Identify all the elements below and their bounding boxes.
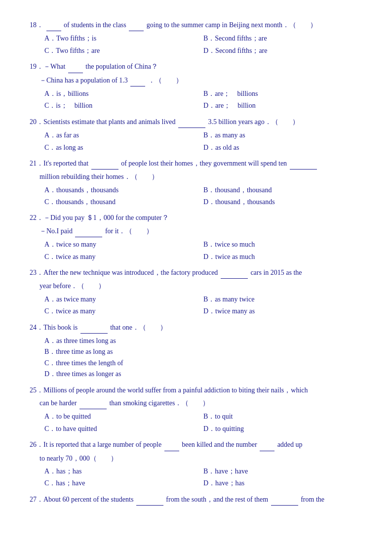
q20-optionC: C．as long as xyxy=(44,142,203,153)
question-18: 18． of students in the class going to th… xyxy=(30,20,362,56)
q23-blank xyxy=(221,267,248,279)
q26-cont: to nearly 70，000（ ） xyxy=(39,453,362,464)
question-24: 24．This book is that one．（ ） A．as three … xyxy=(30,322,362,380)
q22-subtext: －No.I paid for it．（ ） xyxy=(39,226,362,237)
q23-options: A．as twice many B．as many twice C．twice … xyxy=(44,294,362,317)
q24-optionD: D．three times as longer as xyxy=(44,369,362,380)
q25-optionD: D．to quitting xyxy=(203,424,362,434)
q25-cont: can be harder than smoking cigarettes．（ … xyxy=(39,398,362,409)
q21-optionD: D．thousand，thousands xyxy=(203,197,362,208)
question-24-text: 24．This book is that one．（ ） xyxy=(30,322,362,334)
q21-optionC: C．thousands，thousand xyxy=(44,197,203,208)
question-23-text: 23．After the new technique was introduce… xyxy=(30,267,362,279)
question-20-text: 20．Scientists estimate that plants and a… xyxy=(30,117,362,128)
question-18-text: 18． of students in the class going to th… xyxy=(30,20,362,31)
q23-cont: year before．（ ） xyxy=(39,281,362,292)
q22-optionB: B．twice so much xyxy=(203,239,362,250)
q25-blank xyxy=(79,398,107,409)
question-26: 26．It is reported that a large number of… xyxy=(30,439,362,489)
page-content: 18． of students in the class going to th… xyxy=(30,20,362,506)
q22-optionD: D．twice as much xyxy=(203,252,362,262)
q19-subtext: －China has a population of 1.3 ．（ ） xyxy=(39,75,362,86)
q19-optionC: C．is； billion xyxy=(44,100,203,111)
q19-options: A．is，billions B．are； billions C．is； bill… xyxy=(44,88,362,112)
q21-number: 21．It's reported that xyxy=(30,160,90,167)
question-26-text: 26．It is reported that a large number of… xyxy=(30,439,362,451)
q26-optionD: D．have；has xyxy=(203,478,362,489)
q24-number: 24．This book is xyxy=(30,324,79,331)
q18-options: A．Two fifths；is B．Second fifths；are C．Tw… xyxy=(44,33,362,56)
q18-optionC: C．Two fifths；are xyxy=(44,45,203,56)
q25-optionA: A．to be quitted xyxy=(44,411,203,422)
q20-optionD: D．as old as xyxy=(203,142,362,153)
q21-cont: million rebuilding their homes．（ ） xyxy=(39,171,362,182)
q20-optionB: B．as many as xyxy=(203,130,362,141)
q25-number: 25．Millions of people around the world s… xyxy=(30,386,308,394)
q21-options: A．thousands，thousands B．thousand，thousan… xyxy=(44,185,362,208)
q22-optionA: A．twice so many xyxy=(44,239,203,250)
q19-blank1 xyxy=(68,61,83,73)
q19-optionB: B．are； billions xyxy=(203,88,362,99)
q20-options: A．as far as B．as many as C．as long as D．… xyxy=(44,130,362,153)
q26-optionB: B．have；have xyxy=(203,466,362,477)
question-27: 27．About 60 percent of the students from… xyxy=(30,494,362,506)
q23-optionB: B．as many twice xyxy=(203,294,362,305)
question-21-text: 21．It's reported that of people lost the… xyxy=(30,158,362,170)
q22-number: 22．－Did you pay ＄1，000 for the computer？ xyxy=(30,214,169,221)
q18-optionB: B．Second fifths；are xyxy=(203,33,362,44)
q18-optionD: D．Second fifths；are xyxy=(203,45,362,56)
q20-blank xyxy=(178,117,205,128)
q27-blank2 xyxy=(271,494,298,506)
q22-blank xyxy=(75,226,102,237)
q18-blank2 xyxy=(129,20,144,31)
q25-optionC: C．to have quitted xyxy=(44,424,203,434)
q25-optionB: B．to quit xyxy=(203,411,362,422)
q24-blank xyxy=(80,322,108,334)
q25-options: A．to be quitted B．to quit C．to have quit… xyxy=(44,411,362,434)
question-25-text: 25．Millions of people around the world s… xyxy=(30,385,362,396)
q24-optionB: B．three time as long as xyxy=(44,346,362,357)
q19-optionD: D．are； billion xyxy=(203,100,362,111)
q18-optionA: A．Two fifths；is xyxy=(44,33,203,44)
q23-optionA: A．as twice many xyxy=(44,294,203,305)
question-27-text: 27．About 60 percent of the students from… xyxy=(30,494,362,506)
q27-blank1 xyxy=(136,494,163,506)
q21-blank2 xyxy=(290,158,317,170)
q20-optionA: A．as far as xyxy=(44,130,203,141)
q26-optionA: A．has；has xyxy=(44,466,203,477)
q19-optionA: A．is，billions xyxy=(44,88,203,99)
q19-blank2 xyxy=(130,75,145,86)
q24-optionA: A．as three times long as xyxy=(44,336,362,346)
q26-optionC: C．has；have xyxy=(44,478,203,489)
q18-blank1 xyxy=(46,20,61,31)
q26-blank2 xyxy=(260,439,274,451)
q21-blank1 xyxy=(91,158,118,170)
q24-optionC: C．three times the length of xyxy=(44,358,362,369)
q21-optionB: B．thousand，thousand xyxy=(203,185,362,196)
q19-number: 19．－What xyxy=(30,63,67,70)
q26-options: A．has；has B．have；have C．has；have D．have；… xyxy=(44,466,362,489)
q26-number: 26．It is reported that a large number of… xyxy=(30,441,163,448)
q27-number: 27．About 60 percent of the students xyxy=(30,496,135,503)
question-19: 19．－What the population of China？ －China… xyxy=(30,61,362,112)
question-25: 25．Millions of people around the world s… xyxy=(30,385,362,435)
q21-optionA: A．thousands，thousands xyxy=(44,185,203,196)
q22-optionC: C．twice as many xyxy=(44,252,203,262)
question-22: 22．－Did you pay ＄1，000 for the computer？… xyxy=(30,213,362,262)
q23-number: 23．After the new technique was introduce… xyxy=(30,269,220,276)
question-20: 20．Scientists estimate that plants and a… xyxy=(30,117,362,153)
question-19-text: 19．－What the population of China？ xyxy=(30,61,362,73)
q26-blank1 xyxy=(164,439,179,451)
q18-number: 18． xyxy=(30,21,43,29)
q23-optionD: D．twice many as xyxy=(203,306,362,317)
question-21: 21．It's reported that of people lost the… xyxy=(30,158,362,208)
q20-number: 20．Scientists estimate that plants and a… xyxy=(30,118,177,126)
question-22-text: 22．－Did you pay ＄1，000 for the computer？ xyxy=(30,213,362,223)
q23-optionC: C．twice as many xyxy=(44,306,203,317)
q22-options: A．twice so many B．twice so much C．twice … xyxy=(44,239,362,262)
question-23: 23．After the new technique was introduce… xyxy=(30,267,362,317)
q24-options: A．as three times long as B．three time as… xyxy=(44,336,362,380)
